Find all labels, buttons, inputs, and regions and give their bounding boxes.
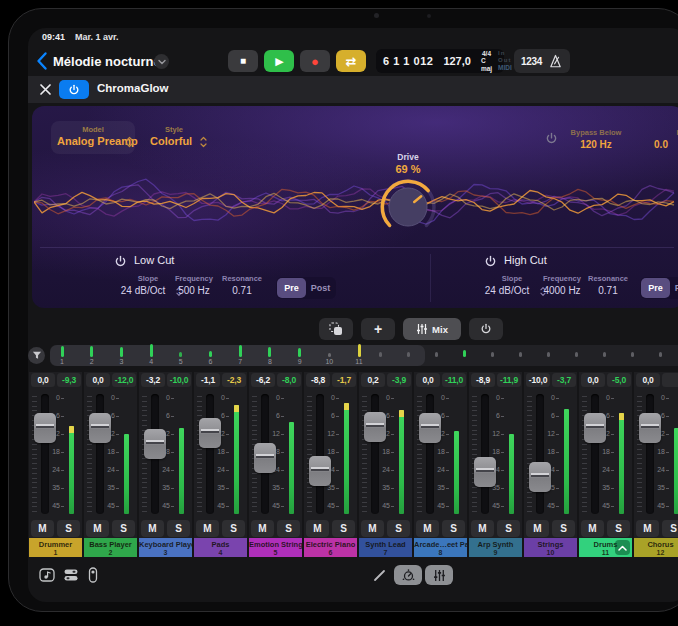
- track-name-strip[interactable]: Emotion Strings 5: [249, 538, 302, 557]
- mute-button[interactable]: M: [196, 520, 219, 537]
- track-number: 12: [634, 549, 678, 556]
- mute-button[interactable]: M: [581, 520, 604, 537]
- volume-value[interactable]: -6,2: [251, 373, 275, 387]
- fader-cap[interactable]: [529, 462, 551, 492]
- solo-button[interactable]: S: [222, 520, 245, 537]
- volume-value[interactable]: -8,9: [471, 373, 495, 387]
- mute-button[interactable]: M: [306, 520, 329, 537]
- solo-button[interactable]: S: [387, 520, 410, 537]
- track-name-strip[interactable]: Bass Player 2: [84, 538, 137, 557]
- fader-track[interactable]: [96, 394, 104, 514]
- track-name-strip[interactable]: Arp Synth 9: [469, 538, 522, 557]
- knob-icon: [402, 569, 415, 582]
- fader-track[interactable]: [646, 394, 654, 514]
- chevron-up-icon: [618, 545, 627, 551]
- fader-cap[interactable]: [309, 456, 331, 486]
- track-name-strip[interactable]: Pads 4: [194, 538, 247, 557]
- volume-value[interactable]: -3,2: [141, 373, 165, 387]
- volume-value[interactable]: 0,0: [416, 373, 440, 387]
- camera-dot: [374, 13, 379, 18]
- volume-value[interactable]: -10,0: [526, 373, 550, 387]
- mute-button[interactable]: M: [141, 520, 164, 537]
- fader-cap[interactable]: [639, 413, 661, 443]
- solo-button[interactable]: S: [167, 520, 190, 537]
- mute-button[interactable]: M: [636, 520, 659, 537]
- mute-button[interactable]: M: [251, 520, 274, 537]
- fader-cap[interactable]: [89, 413, 111, 443]
- controls-view-button[interactable]: [394, 565, 422, 585]
- fader-cap[interactable]: [364, 412, 386, 442]
- fader-cap[interactable]: [199, 418, 221, 448]
- solo-button[interactable]: S: [442, 520, 465, 537]
- level-meter: [179, 392, 184, 514]
- fader-track[interactable]: [316, 394, 324, 514]
- solo-button[interactable]: S: [662, 520, 678, 537]
- track-name-strip[interactable]: Arcade…eet Pad 8: [414, 538, 467, 557]
- channel-strip: -6,2 -8,0 061218243545 M S Emotion Strin…: [249, 372, 302, 557]
- peak-value: -11,0: [442, 373, 466, 387]
- fader-cap[interactable]: [254, 443, 276, 473]
- fader-zone: 061218243545: [249, 392, 302, 518]
- fader-ruler: [472, 396, 477, 512]
- fader-ruler: [527, 396, 532, 512]
- mute-button[interactable]: M: [416, 520, 439, 537]
- level-meter: [564, 392, 569, 514]
- track-name: Bass Player: [84, 540, 137, 549]
- fader-cap[interactable]: [34, 413, 56, 443]
- track-name-strip[interactable]: Drums 11: [579, 538, 632, 557]
- mixer-strips: 0,0 -9,3 061218243545 M S Drummer 1 0,0 …: [28, 28, 678, 602]
- volume-value[interactable]: -8,8: [306, 373, 330, 387]
- solo-button[interactable]: S: [552, 520, 575, 537]
- peak-value: -10,0: [167, 373, 191, 387]
- solo-button[interactable]: S: [607, 520, 630, 537]
- volume-value[interactable]: 0,0: [31, 373, 55, 387]
- fader-ruler: [197, 396, 202, 512]
- volume-value[interactable]: 0,0: [581, 373, 605, 387]
- loops-browser-icon[interactable]: [39, 567, 56, 583]
- mute-button[interactable]: M: [86, 520, 109, 537]
- fader-cap[interactable]: [474, 457, 496, 487]
- volume-value[interactable]: 0,2: [361, 373, 385, 387]
- mute-button[interactable]: M: [471, 520, 494, 537]
- channel-strip: 0,0 061218243545 M S Chorus 12: [634, 372, 678, 557]
- fader-pill-icon[interactable]: [87, 567, 99, 583]
- fader-track[interactable]: [206, 394, 214, 514]
- track-name-strip[interactable]: Electric Piano 6: [304, 538, 357, 557]
- mute-button[interactable]: M: [31, 520, 54, 537]
- track-name-strip[interactable]: Keyboard Player 3: [139, 538, 192, 557]
- solo-button[interactable]: S: [57, 520, 80, 537]
- track-expand-button[interactable]: [615, 540, 630, 555]
- track-name-strip[interactable]: Chorus 12: [634, 538, 678, 557]
- track-name-strip[interactable]: Drummer 1: [29, 538, 82, 557]
- channel-strip: 0,0 -9,3 061218243545 M S Drummer 1: [29, 372, 82, 557]
- fader-track[interactable]: [536, 394, 544, 514]
- solo-button[interactable]: S: [497, 520, 520, 537]
- volume-value[interactable]: -1,1: [196, 373, 220, 387]
- track-number: 8: [414, 549, 467, 556]
- volume-value[interactable]: 0,0: [636, 373, 660, 387]
- level-meter: [69, 392, 74, 514]
- fader-track[interactable]: [591, 394, 599, 514]
- mute-button[interactable]: M: [361, 520, 384, 537]
- track-number: 1: [29, 549, 82, 556]
- solo-button[interactable]: S: [112, 520, 135, 537]
- fader-cap[interactable]: [584, 413, 606, 443]
- fader-track[interactable]: [41, 394, 49, 514]
- peak-value: -3,9: [387, 373, 411, 387]
- browser-cells-icon[interactable]: [63, 567, 80, 583]
- fader-track[interactable]: [481, 394, 489, 514]
- solo-button[interactable]: S: [277, 520, 300, 537]
- channel-strip: 0,0 -5,0 061218243545 M S Drums 11: [579, 372, 632, 557]
- pencil-icon[interactable]: [372, 568, 387, 583]
- fader-cap[interactable]: [144, 429, 166, 459]
- track-name: Synth Lead: [359, 540, 412, 549]
- track-name-strip[interactable]: Strings 10: [524, 538, 577, 557]
- solo-button[interactable]: S: [332, 520, 355, 537]
- fader-cap[interactable]: [419, 413, 441, 443]
- track-name-strip[interactable]: Synth Lead 7: [359, 538, 412, 557]
- volume-value[interactable]: 0,0: [86, 373, 110, 387]
- mute-button[interactable]: M: [526, 520, 549, 537]
- mixer-view-button[interactable]: [425, 565, 453, 585]
- track-number: 7: [359, 549, 412, 556]
- fader-track[interactable]: [426, 394, 434, 514]
